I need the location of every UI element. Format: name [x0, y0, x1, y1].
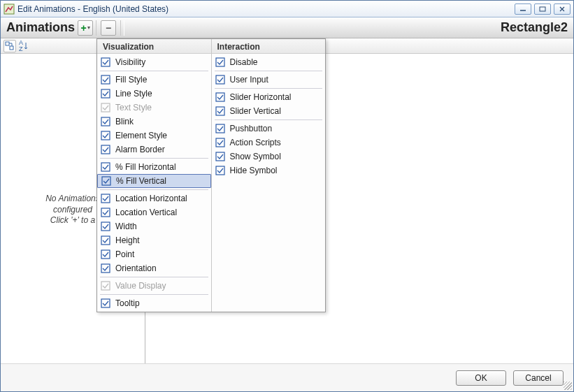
svg-rect-12 [101, 163, 110, 171]
svg-rect-15 [101, 208, 110, 217]
svg-rect-17 [101, 236, 110, 245]
menu-item-fill-style[interactable]: Fill Style [97, 73, 211, 87]
add-animation-menu: Visualization VisibilityFill StyleLine S… [96, 38, 326, 312]
menu-item-disable[interactable]: Disable [212, 55, 326, 69]
menu-item-label: Location Vertical [115, 208, 177, 217]
menu-separator [100, 277, 208, 277]
menu-item-width[interactable]: Width [97, 219, 211, 233]
arrange-icon[interactable] [3, 40, 16, 52]
menu-item-user-input[interactable]: User Input [212, 73, 326, 87]
menu-item-label: Point [115, 249, 134, 259]
menu-item-icon [100, 116, 111, 127]
svg-rect-16 [101, 222, 110, 231]
toolbar-separator [120, 20, 124, 36]
svg-rect-4 [10, 46, 13, 50]
menu-item-icon [215, 151, 226, 162]
menu-item-icon [100, 130, 111, 141]
svg-rect-14 [101, 194, 110, 203]
empty-message: No Animations configured Click '+' to a [45, 194, 100, 226]
object-name: Rectangle2 [501, 20, 568, 35]
menu-item-label: User Input [230, 75, 268, 85]
svg-rect-11 [101, 145, 110, 154]
menu-item-line-style[interactable]: Line Style [97, 87, 211, 101]
menu-item-label: Orientation [115, 263, 157, 273]
menu-item-icon [100, 88, 111, 99]
menu-item-hide-symbol[interactable]: Hide Symbol [212, 164, 326, 177]
maximize-button[interactable] [534, 3, 551, 15]
menu-item-icon [100, 74, 111, 85]
menu-item-label: Action Scripts [230, 138, 281, 147]
resize-grip[interactable] [564, 382, 572, 390]
svg-rect-22 [216, 58, 224, 66]
add-animation-button[interactable]: + ▾ [78, 20, 93, 36]
menu-item-text-style: Text Style [97, 101, 211, 115]
svg-rect-10 [101, 131, 110, 140]
menu-separator [100, 294, 208, 295]
remove-animation-button[interactable]: − [101, 20, 116, 36]
svg-rect-25 [216, 107, 224, 115]
svg-rect-21 [101, 299, 110, 307]
menu-item-label: Height [115, 235, 140, 245]
interaction-header: Interaction [212, 39, 326, 54]
menu-item-icon [100, 144, 111, 155]
menu-item-label: Hide Symbol [230, 166, 278, 175]
minimize-button[interactable] [515, 3, 531, 15]
menu-item-orientation[interactable]: Orientation [97, 261, 211, 275]
menu-item-icon [100, 298, 111, 309]
menu-separator [215, 71, 323, 71]
menu-item-icon [100, 193, 111, 204]
menu-item-location-horizontal[interactable]: Location Horizontal [97, 191, 211, 205]
menu-item-label: Tooltip [115, 298, 140, 308]
menu-item-alarm-border[interactable]: Alarm Border [97, 143, 211, 157]
menu-item-tooltip[interactable]: Tooltip [97, 296, 211, 310]
toolbar-divider [96, 20, 96, 36]
svg-rect-13 [102, 177, 110, 185]
ok-button[interactable]: OK [456, 370, 506, 386]
dialog-footer: OK Cancel [1, 363, 573, 391]
svg-rect-18 [101, 250, 110, 259]
menu-item-point[interactable]: Point [97, 247, 211, 261]
menu-item-icon [100, 207, 111, 218]
menu-item-icon [100, 235, 111, 246]
menu-item--fill-vertical[interactable]: % Fill Vertical [97, 174, 211, 188]
menu-item-icon [100, 221, 111, 232]
menu-item-label: Slider Vertical [230, 106, 281, 116]
menu-item-label: Blink [115, 117, 134, 126]
menu-item-label: Text Style [115, 103, 152, 112]
menu-item-icon [100, 57, 111, 68]
menu-item-label: Location Horizontal [115, 194, 187, 203]
menu-item-label: Value Display [115, 281, 166, 291]
visualization-header: Visualization [97, 39, 211, 54]
cancel-button[interactable]: Cancel [513, 370, 564, 386]
menu-item-slider-horizontal[interactable]: Slider Horizontal [212, 90, 326, 104]
menu-separator [215, 88, 323, 89]
menu-item-icon [215, 137, 226, 148]
svg-rect-26 [216, 124, 224, 133]
menu-separator [100, 158, 208, 159]
svg-rect-2 [540, 7, 545, 11]
menu-item-label: Alarm Border [115, 145, 165, 154]
menu-item-action-scripts[interactable]: Action Scripts [212, 136, 326, 150]
menu-item-show-symbol[interactable]: Show Symbol [212, 150, 326, 164]
menu-item-label: % Fill Horizontal [115, 162, 176, 172]
svg-rect-27 [216, 138, 224, 147]
svg-rect-3 [6, 42, 9, 45]
menu-item-icon [215, 106, 226, 117]
menu-item-slider-vertical[interactable]: Slider Vertical [212, 104, 326, 118]
sort-az-icon[interactable]: AZ [19, 40, 28, 52]
menu-item-icon [100, 102, 111, 113]
section-title: Animations [6, 20, 75, 35]
menu-item-location-vertical[interactable]: Location Vertical [97, 205, 211, 219]
app-icon [3, 3, 15, 15]
menu-item--fill-horizontal[interactable]: % Fill Horizontal [97, 160, 211, 174]
menu-item-pushbutton[interactable]: Pushbutton [212, 122, 326, 136]
close-button[interactable] [554, 3, 571, 15]
menu-separator [100, 71, 208, 71]
menu-item-blink[interactable]: Blink [97, 115, 211, 129]
menu-item-element-style[interactable]: Element Style [97, 129, 211, 143]
svg-rect-8 [101, 103, 110, 112]
menu-item-visibility[interactable]: Visibility [97, 55, 211, 69]
svg-rect-19 [101, 264, 110, 273]
menu-item-height[interactable]: Height [97, 233, 211, 247]
titlebar: Edit Animations - English (United States… [1, 1, 573, 17]
